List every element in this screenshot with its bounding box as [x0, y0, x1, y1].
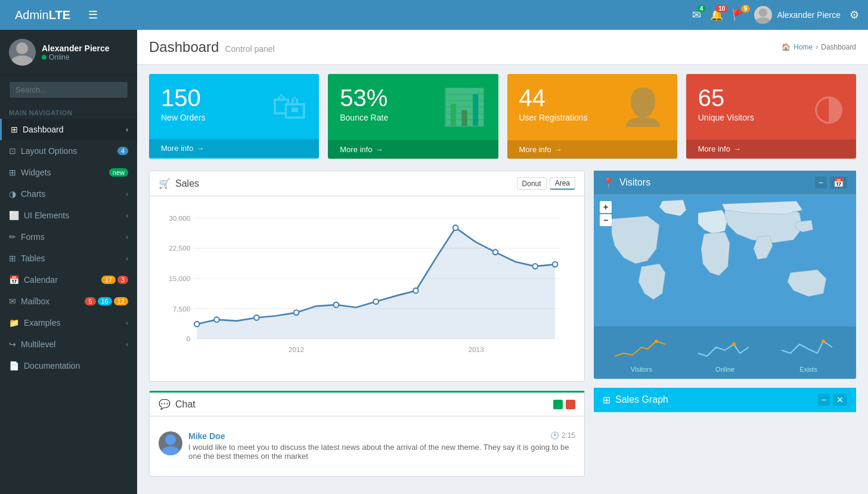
home-icon: 🏠 — [782, 43, 790, 51]
sidebar-nav: ⊞Dashboard ‹ ⊡Layout Options 4 ⊞Widgets … — [0, 119, 137, 376]
info-box-bounce[interactable]: 53% Bounce Rate 📊 More info → — [328, 74, 498, 159]
logo-bold: LTE — [49, 8, 70, 21]
flag-icon[interactable]: 🚩 9 — [732, 8, 745, 21]
chevron-examples-icon: ‹ — [126, 319, 128, 326]
breadcrumb-current: Dashboard — [821, 43, 856, 51]
info-box-visitors[interactable]: 65 Unique Visitors ◑ More info → — [686, 74, 856, 159]
sidebar-user-info: Alexander Pierce Online — [42, 44, 110, 61]
svg-point-0 — [759, 8, 767, 17]
chat-time: 🕐 2:15 — [550, 431, 575, 440]
user-menu[interactable]: Alexander Pierce — [754, 6, 841, 24]
svg-point-19 — [373, 299, 379, 304]
sales-graph-box: ⊞ Sales Graph − ✕ — [594, 388, 856, 412]
orders-label: New Orders — [161, 113, 206, 122]
sidebar-item-mailbox[interactable]: ✉Mailbox 5 16 12 — [0, 291, 137, 312]
tables-icon: ⊞ — [9, 254, 16, 263]
sidebar-toggle[interactable]: ☰ — [85, 5, 101, 24]
sidebar-item-docs[interactable]: 📄Documentation — [0, 355, 137, 376]
reg-number: 44 — [519, 86, 588, 110]
sidebar-item-forms[interactable]: ✏Forms ‹ — [0, 226, 137, 248]
sales-chart-body: 30,000 22,500 15,000 7,500 0 — [150, 196, 584, 381]
page-title: Dashboard Control panel — [149, 39, 275, 55]
arrow-icon-2: → — [375, 145, 383, 154]
mini-chart-exists: Exists — [770, 332, 847, 373]
visitors-title: 📍 Visitors — [603, 177, 650, 189]
bounce-footer[interactable]: More info → — [328, 140, 498, 159]
docs-icon: 📄 — [9, 361, 19, 370]
visitors-box: 📍 Visitors − 📅 + — [594, 171, 856, 379]
sidebar-item-ui[interactable]: ⬜UI Elements ‹ — [0, 205, 137, 226]
info-boxes: 150 New Orders 🛍 More info → — [149, 74, 856, 159]
sales-title: 🛒 Sales — [159, 178, 199, 189]
sidebar-item-calendar[interactable]: 📅Calendar 17 3 — [0, 269, 137, 291]
orders-footer[interactable]: More info → — [149, 139, 319, 158]
world-map-container: + − — [594, 195, 856, 326]
orders-icon: 🛍 — [271, 86, 307, 127]
sales-chart-svg: 30,000 22,500 15,000 7,500 0 — [159, 205, 575, 372]
sales-graph-minimize[interactable]: − — [818, 394, 830, 406]
visitors-footer[interactable]: More info → — [686, 140, 856, 158]
info-box-orders[interactable]: 150 New Orders 🛍 More info → — [149, 74, 319, 159]
reg-label: User Registrations — [519, 113, 588, 122]
chat-title: 💬 Chat — [159, 399, 196, 410]
chevron-multilevel-icon: ‹ — [126, 341, 128, 348]
mini-chart-online: Online — [686, 332, 764, 373]
visitors-chart-label: Visitors — [603, 366, 680, 373]
svg-point-18 — [334, 302, 339, 308]
mailbox-icon: ✉ — [9, 297, 16, 306]
ui-icon: ⬜ — [9, 211, 19, 220]
sidebar-item-examples[interactable]: 📁Examples ‹ — [0, 312, 137, 334]
sidebar-item-tables[interactable]: ⊞Tables ‹ — [0, 248, 137, 269]
info-box-registrations[interactable]: 44 User Registrations 👤 More info → — [507, 74, 677, 159]
svg-point-20 — [413, 288, 418, 294]
sidebar-username: Alexander Pierce — [42, 44, 110, 53]
svg-point-14 — [194, 322, 200, 327]
search-input[interactable] — [9, 81, 128, 98]
tab-area[interactable]: Area — [550, 177, 575, 190]
reg-icon: 👤 — [621, 86, 665, 128]
visitors-minimize[interactable]: − — [815, 177, 827, 189]
svg-point-31 — [732, 342, 736, 346]
charts-icon: ◑ — [9, 189, 16, 199]
svg-text:2013: 2013 — [468, 345, 484, 354]
mail-icon[interactable]: ✉ 4 — [692, 8, 701, 21]
svg-text:7,500: 7,500 — [173, 305, 191, 313]
chat-minimize[interactable] — [553, 400, 563, 409]
calendar-icon: 📅 — [9, 275, 19, 285]
chat-close[interactable] — [566, 400, 575, 409]
online-sparkline — [686, 332, 764, 362]
svg-text:2012: 2012 — [289, 345, 304, 354]
grid-icon: ⊞ — [603, 394, 610, 406]
visitors-tools: − 📅 — [815, 177, 847, 189]
settings-icon[interactable]: ⚙ — [850, 8, 859, 21]
svg-point-16 — [254, 315, 259, 320]
sales-chart-container: 30,000 22,500 15,000 7,500 0 — [159, 205, 575, 372]
reg-footer[interactable]: More info → — [507, 140, 677, 159]
svg-point-21 — [453, 225, 458, 230]
sidebar-item-widgets[interactable]: ⊞Widgets new — [0, 162, 137, 183]
exists-sparkline — [770, 332, 847, 362]
chat-text: I would like to meet you to discuss the … — [188, 443, 575, 461]
sidebar-item-dashboard[interactable]: ⊞Dashboard ‹ — [0, 119, 137, 140]
zoom-in-button[interactable]: + — [600, 201, 612, 213]
breadcrumb-home[interactable]: Home — [793, 43, 813, 51]
zoom-out-button[interactable]: − — [600, 214, 612, 226]
svg-text:0: 0 — [187, 335, 191, 343]
chat-message: Mike Doe 🕐 2:15 I would like to meet you… — [159, 425, 575, 467]
world-map-svg — [594, 195, 856, 326]
visitors-calendar[interactable]: 📅 — [830, 177, 847, 189]
svg-point-24 — [553, 262, 558, 267]
main-content: 150 New Orders 🛍 More info → — [137, 65, 868, 494]
sidebar-item-layout[interactable]: ⊡Layout Options 4 — [0, 140, 137, 162]
sales-graph-close[interactable]: ✕ — [833, 394, 847, 406]
dashboard-icon: ⊞ — [11, 125, 18, 134]
bell-icon[interactable]: 🔔 10 — [710, 8, 723, 21]
sidebar-item-multilevel[interactable]: ↪Multilevel ‹ — [0, 334, 137, 355]
svg-text:30,000: 30,000 — [169, 214, 191, 223]
sidebar-item-charts[interactable]: ◑Charts ‹ — [0, 183, 137, 205]
chat-icon: 💬 — [159, 399, 170, 410]
svg-text:15,000: 15,000 — [169, 274, 191, 283]
user-name: Alexander Pierce — [777, 10, 841, 20]
mini-charts: Visitors Online — [594, 326, 856, 379]
tab-donut[interactable]: Donut — [517, 177, 547, 190]
